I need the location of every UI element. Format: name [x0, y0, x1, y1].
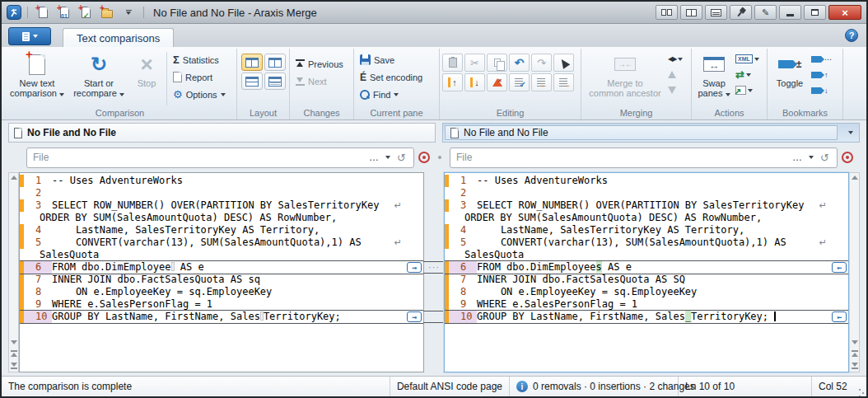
- next-change-button[interactable]: Next: [292, 73, 347, 90]
- options-button[interactable]: ⚙Options: [170, 86, 229, 103]
- close-button[interactable]: ×: [828, 5, 861, 20]
- layout-two-panes-button[interactable]: [656, 5, 678, 20]
- swap-panes-button[interactable]: ↔ Swappanes: [694, 50, 734, 107]
- right-code-line-4[interactable]: 4 LastName, SalesTerritoryKey AS Territo…: [445, 224, 848, 236]
- shift-right-button[interactable]: →: [553, 73, 574, 91]
- previous-conflict-button[interactable]: [666, 67, 684, 82]
- right-code-line-6[interactable]: 6FROM dbo.DimEmployees AS e←: [445, 261, 848, 274]
- copy-change-to-right-button[interactable]: →: [407, 311, 422, 322]
- right-file-dropdown[interactable]: [805, 156, 817, 159]
- accept-changes-button[interactable]: ✓: [509, 73, 530, 91]
- jump-first-change-button[interactable]: [852, 350, 858, 357]
- left-reload-icon[interactable]: [418, 152, 430, 163]
- left-file-input[interactable]: [31, 151, 366, 164]
- layout-vertical-alt-button[interactable]: [264, 54, 286, 71]
- right-code-line-3[interactable]: 3SELECT ROW_NUMBER() OVER(PARTITION BY S…: [445, 199, 848, 212]
- jump-first-change-button[interactable]: [11, 350, 17, 357]
- layout-vertical-button[interactable]: [241, 54, 263, 71]
- left-editor-pane[interactable]: 1-- Uses AdventureWorks23SELECT ROW_NUMB…: [19, 172, 424, 372]
- right-browse-button[interactable]: …: [789, 152, 805, 163]
- copy-change-to-left-button[interactable]: ←: [832, 311, 847, 322]
- layout-console-button[interactable]: [705, 5, 727, 20]
- layout-horizontal-button[interactable]: [241, 73, 263, 90]
- left-pane-header-tab[interactable]: No File and No File: [8, 123, 436, 143]
- left-code-line-3[interactable]: 3SELECT ROW_NUMBER() OVER(PARTITION BY S…: [20, 199, 423, 212]
- copy-change-to-left-button[interactable]: ←: [832, 262, 847, 273]
- report-button[interactable]: Report: [170, 68, 229, 86]
- layout-split-vertical-button[interactable]: [680, 5, 702, 20]
- start-or-recompare-button[interactable]: ↻ Start orrecompare: [68, 50, 129, 107]
- minimize-button[interactable]: [779, 5, 801, 20]
- left-code-line-wrap[interactable]: SalesQuota: [20, 249, 423, 261]
- left-code-line-8[interactable]: 8 ON e.EmployeeKey = sq.EmployeeKey: [20, 286, 423, 298]
- remove-changes-button[interactable]: [487, 73, 507, 91]
- bookmark-list-button[interactable]: ⋯: [810, 51, 833, 67]
- layout-horizontal-alt-button[interactable]: [264, 73, 286, 90]
- stop-button[interactable]: × Stop: [129, 50, 164, 107]
- left-browse-button[interactable]: …: [366, 152, 382, 163]
- right-code-line-7[interactable]: 7INNER JOIN dbo.FactSalesQuota AS SQ: [445, 274, 848, 286]
- move-line-down-button[interactable]: ↓: [464, 73, 485, 91]
- scroll-down-icon[interactable]: [852, 340, 858, 344]
- open-external-button[interactable]: [734, 82, 761, 98]
- right-pane-header-tab[interactable]: No File and No File: [445, 125, 838, 140]
- left-code-line-wrap[interactable]: ORDER BY SUM(SalesAmountQuota) DESC) AS …: [20, 212, 423, 224]
- right-code-line-2[interactable]: 2: [445, 187, 848, 199]
- set-encoding-button[interactable]: ÉSet encoding: [357, 68, 426, 86]
- pin-window-button[interactable]: [730, 5, 752, 20]
- application-menu-button[interactable]: [8, 27, 51, 45]
- next-conflict-button[interactable]: [666, 82, 684, 98]
- copy-change-to-right-button[interactable]: →: [407, 262, 422, 273]
- previous-change-button[interactable]: Previous: [292, 55, 347, 73]
- shift-left-button[interactable]: ←: [531, 73, 552, 91]
- next-bookmark-button[interactable]: ↓: [810, 82, 833, 98]
- left-code-line-4[interactable]: 4 LastName, SalesTerritoryKey AS Territo…: [20, 224, 423, 236]
- move-line-up-button[interactable]: ↑: [442, 73, 463, 91]
- left-history-icon[interactable]: ↺: [394, 152, 409, 164]
- right-file-input[interactable]: [455, 151, 789, 164]
- left-file-dropdown[interactable]: [382, 156, 394, 159]
- save-button[interactable]: Save: [357, 51, 426, 68]
- merge-direction-button[interactable]: ◀▶: [666, 51, 684, 67]
- left-code-line-10[interactable]: 10GROUP BY LastName, FirstName, SalesTer…: [20, 311, 423, 323]
- find-button[interactable]: Find: [357, 86, 426, 103]
- left-code-line-7[interactable]: 7INNER JOIN dbo.FactSalesQuota AS sq: [20, 274, 423, 286]
- new-image-comparison-quick-button[interactable]: +✓: [77, 4, 95, 21]
- xml-options-button[interactable]: XML: [734, 51, 761, 67]
- copy-button[interactable]: [487, 54, 507, 72]
- new-folder-comparison-quick-button[interactable]: +: [98, 4, 116, 21]
- tab-text-comparisons[interactable]: Text comparisons: [63, 28, 174, 47]
- select-pointer-button[interactable]: [553, 54, 574, 72]
- right-code-line-5[interactable]: 5 CONVERT(varchar(13), SUM(SalesAmountQu…: [445, 236, 848, 249]
- previous-bookmark-button[interactable]: ↑: [810, 67, 833, 82]
- maximize-button[interactable]: [804, 5, 826, 20]
- right-code-line-wrap[interactable]: SalesQuota: [445, 249, 848, 261]
- quick-access-customize-button[interactable]: [119, 4, 138, 21]
- resize-grip[interactable]: [855, 377, 866, 396]
- right-editor-pane[interactable]: 1-- Uses AdventureWorks23SELECT ROW_NUMB…: [444, 172, 849, 372]
- scroll-up-icon[interactable]: [11, 176, 17, 180]
- statistics-button[interactable]: ΣStatistics: [170, 51, 229, 68]
- edit-mode-button[interactable]: ✎: [754, 5, 777, 20]
- undo-button[interactable]: ↶: [509, 54, 530, 72]
- scroll-up-icon[interactable]: [852, 176, 858, 180]
- scroll-down-icon[interactable]: [11, 340, 17, 344]
- left-code-line-1[interactable]: 1-- Uses AdventureWorks: [20, 175, 423, 187]
- new-text-comparison-quick-button[interactable]: +: [34, 4, 52, 21]
- toggle-bookmark-button[interactable]: ± Toggle: [770, 50, 810, 107]
- pane-list-dropdown[interactable]: [842, 124, 859, 142]
- jump-last-change-button[interactable]: [852, 363, 858, 369]
- new-binary-comparison-quick-button[interactable]: +01: [55, 4, 73, 21]
- synchronize-button[interactable]: ⇄: [734, 67, 761, 82]
- app-icon[interactable]: [7, 5, 21, 20]
- paste-button[interactable]: [442, 54, 463, 72]
- right-history-icon[interactable]: ↺: [817, 152, 833, 164]
- cut-button[interactable]: ✂: [464, 54, 485, 72]
- jump-last-change-button[interactable]: [11, 363, 17, 369]
- left-code-line-2[interactable]: 2: [20, 187, 423, 199]
- pane-splitter-handle[interactable]: [430, 156, 450, 159]
- right-code-line-9[interactable]: 9WHERE e.SalesPersonFlag = 1: [445, 298, 848, 311]
- merge-to-common-ancestor-button[interactable]: →← Merge tocommon ancestor: [584, 50, 666, 107]
- left-code-line-6[interactable]: 6FROM dbo.DimEmployee AS e→: [20, 261, 423, 274]
- help-button[interactable]: ?: [845, 29, 858, 42]
